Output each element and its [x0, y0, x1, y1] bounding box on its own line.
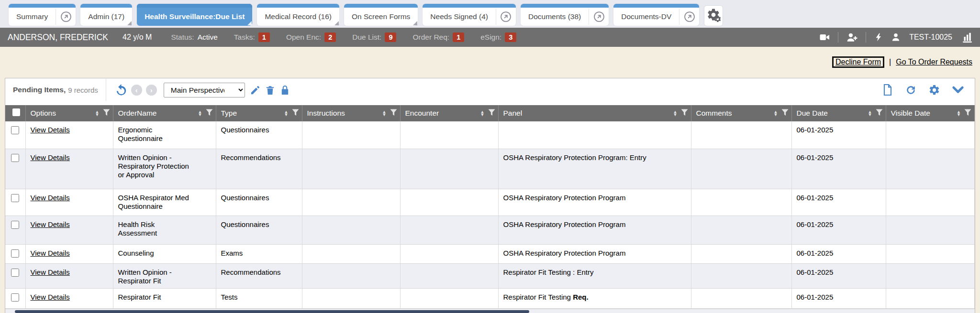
comments-cell	[691, 216, 791, 244]
row-checkbox[interactable]	[11, 269, 19, 277]
column-label: Type	[221, 109, 284, 118]
undo-icon[interactable]	[115, 84, 127, 96]
gear-icon[interactable]	[928, 84, 940, 96]
grid-toolbar: Pending Items, 9 records ‹ › Main Perspe…	[5, 78, 975, 101]
perspective-select[interactable]: Main Perspective	[164, 83, 245, 97]
tab-health-surveillance-due-list[interactable]: Health Surveillance:Due List	[137, 4, 252, 26]
view-details-link[interactable]: View Details	[31, 268, 70, 276]
sort-icon[interactable]: ▲▼	[382, 110, 387, 116]
row-checkbox[interactable]	[11, 221, 19, 229]
row-checkbox[interactable]	[11, 194, 19, 202]
sort-icon[interactable]: ▲▼	[957, 110, 961, 116]
tab-on-screen-forms[interactable]: On Screen Forms	[344, 4, 418, 26]
sort-icon[interactable]: ▲▼	[480, 110, 485, 116]
sort-icon[interactable]: ▲▼	[774, 110, 778, 116]
view-details-link[interactable]: View Details	[31, 126, 70, 134]
lightning-bolt-icon[interactable]	[874, 32, 883, 43]
column-header-comments[interactable]: Comments▲▼	[691, 103, 791, 121]
view-details-link[interactable]: View Details	[31, 220, 70, 228]
person-icon[interactable]	[891, 32, 901, 42]
bar-chart-icon[interactable]	[961, 31, 973, 43]
row-checkbox-cell	[5, 121, 25, 149]
chevron-down-icon[interactable]	[952, 85, 964, 95]
view-details-link[interactable]: View Details	[31, 194, 70, 202]
tab-top-strip	[80, 4, 132, 8]
row-checkbox[interactable]	[11, 249, 19, 258]
open-enc-badge[interactable]: 2	[324, 32, 336, 42]
filter-funnel-icon[interactable]	[681, 109, 688, 118]
table-row: View Details Written Opinion - Respirato…	[5, 149, 975, 189]
open-in-new-window-icon[interactable]	[679, 9, 699, 25]
tab-top-strip	[9, 4, 76, 8]
table-row: View Details Counseling Exams OSHA Respi…	[5, 244, 975, 263]
esign-badge[interactable]: 3	[505, 32, 516, 42]
comments-cell	[691, 288, 791, 308]
column-header-visible-date[interactable]: Visible Date▲▼	[886, 103, 975, 121]
pending-items-table: Options▲▼OrderName▲▼Type▲▼Instructions▲▼…	[5, 101, 975, 309]
visible-date-cell	[886, 216, 975, 244]
order-req-badge[interactable]: 1	[453, 32, 464, 42]
person-add-icon[interactable]	[846, 32, 858, 43]
chevron-left-icon[interactable]: ‹	[131, 85, 142, 96]
column-header-type[interactable]: Type▲▼	[216, 103, 302, 121]
sort-icon[interactable]: ▲▼	[673, 110, 678, 116]
sort-icon[interactable]: ▲▼	[284, 110, 289, 116]
refresh-icon[interactable]	[905, 84, 917, 96]
column-header-ordername[interactable]: OrderName▲▼	[113, 103, 216, 121]
open-in-new-window-icon[interactable]	[496, 9, 516, 25]
row-checkbox[interactable]	[11, 293, 19, 302]
tasks-badge[interactable]: 1	[258, 32, 270, 42]
instructions-cell	[302, 244, 400, 263]
column-header-instructions[interactable]: Instructions▲▼	[302, 103, 400, 121]
row-checkbox[interactable]	[11, 126, 19, 134]
tab-top-strip	[423, 4, 516, 8]
new-document-icon[interactable]	[882, 84, 893, 96]
tab-top-strip	[137, 4, 252, 8]
chevron-right-icon[interactable]: ›	[146, 85, 157, 96]
column-header-due-date[interactable]: Due Date▲▼	[791, 103, 886, 121]
trash-icon[interactable]	[265, 85, 276, 96]
tab-documents-38-[interactable]: Documents (38)	[521, 4, 609, 26]
horizontal-scrollbar-thumb[interactable]	[15, 310, 529, 313]
filter-funnel-icon[interactable]	[488, 109, 495, 118]
filter-funnel-icon[interactable]	[781, 109, 789, 118]
filter-funnel-icon[interactable]	[876, 109, 883, 118]
view-details-link[interactable]: View Details	[31, 249, 70, 257]
video-camera-icon[interactable]	[819, 32, 830, 43]
open-in-new-window-icon[interactable]	[589, 9, 609, 25]
go-to-order-requests-link[interactable]: Go To Order Requests	[896, 58, 972, 66]
select-all-checkbox[interactable]	[12, 108, 20, 116]
column-header-encounter[interactable]: Encounter▲▼	[400, 103, 498, 121]
column-header-panel[interactable]: Panel▲▼	[498, 103, 691, 121]
due-list-badge[interactable]: 9	[385, 32, 396, 42]
tab-admin-17-[interactable]: Admin (17)	[80, 4, 132, 26]
decline-form-button[interactable]: Decline Form	[832, 56, 884, 68]
pencil-icon[interactable]	[250, 85, 261, 96]
open-in-new-window-icon[interactable]	[56, 9, 76, 25]
sort-icon[interactable]: ▲▼	[198, 110, 202, 116]
filter-funnel-icon[interactable]	[103, 109, 110, 118]
row-checkbox-cell	[5, 149, 25, 189]
filter-funnel-icon[interactable]	[964, 109, 971, 118]
filter-funnel-icon[interactable]	[292, 109, 299, 118]
type-cell: Recommendations	[216, 263, 302, 288]
view-details-link[interactable]: View Details	[31, 153, 70, 162]
tab-summary[interactable]: Summary	[9, 4, 76, 26]
tab-settings-button[interactable]	[704, 5, 723, 26]
sort-icon[interactable]: ▲▼	[868, 110, 872, 116]
filter-funnel-icon[interactable]	[206, 109, 213, 118]
tab-medical-record-16-[interactable]: Medical Record (16)	[257, 4, 339, 26]
order-req-label: Order Req:	[412, 33, 449, 42]
decline-form-link[interactable]: Decline Form	[835, 58, 881, 66]
view-details-link[interactable]: View Details	[31, 293, 70, 301]
lock-icon[interactable]	[279, 85, 290, 96]
tab-documents-dv[interactable]: Documents-DV	[613, 4, 699, 26]
encounter-cell	[400, 121, 498, 149]
comments-cell	[691, 189, 791, 216]
sort-icon[interactable]: ▲▼	[95, 110, 100, 116]
filter-funnel-icon[interactable]	[390, 109, 397, 118]
row-checkbox[interactable]	[11, 154, 19, 162]
column-header-options[interactable]: Options▲▼	[25, 103, 113, 121]
esign-label: eSign:	[480, 33, 501, 42]
tab-needs-signed-4-[interactable]: Needs Signed (4)	[423, 4, 516, 26]
